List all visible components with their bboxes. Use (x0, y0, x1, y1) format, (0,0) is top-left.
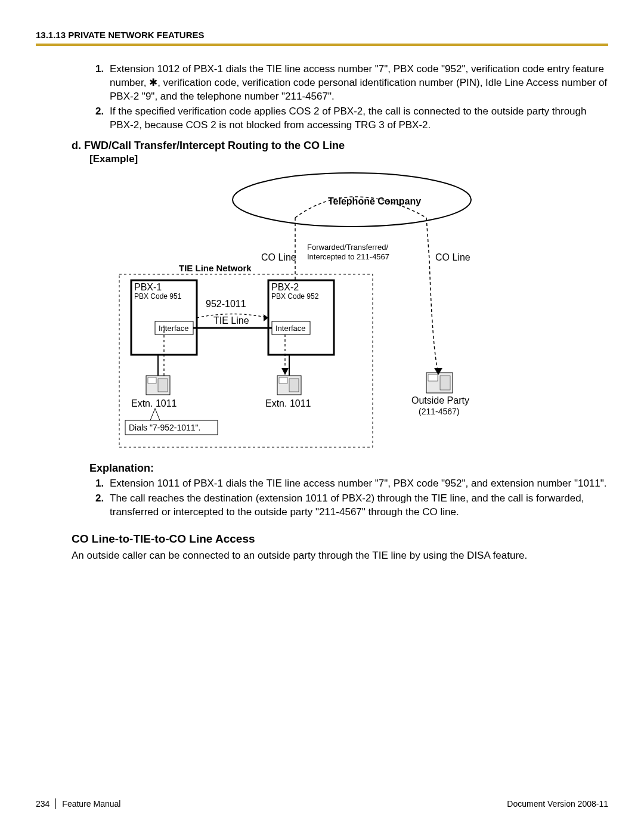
page-footer: 234 Feature Manual Document Version 2008… (36, 798, 608, 809)
phone-icon (277, 376, 301, 395)
list-text: If the specified verification code appli… (110, 105, 608, 132)
svg-rect-10 (148, 377, 156, 383)
phone-icon (146, 376, 170, 395)
list-item: 2. If the specified verification code ap… (95, 105, 608, 132)
svg-marker-22 (281, 368, 289, 375)
dial-num: 952-1011 (206, 299, 246, 309)
list-number: 1. (95, 477, 110, 491)
co-section-paragraph: An outside caller can be connected to an… (72, 549, 608, 563)
section-d-heading: d. FWD/Call Transfer/Intercept Routing t… (72, 140, 608, 152)
list-number: 2. (95, 492, 110, 519)
fwd-line1: Forwarded/Transferred/ (307, 243, 388, 252)
extn1-label: Extn. 1011 (131, 398, 177, 408)
svg-rect-14 (289, 379, 299, 392)
pbx2-label: PBX-2 (271, 282, 299, 292)
svg-rect-13 (279, 377, 287, 383)
dials-box-text: Dials "7-952-1011". (129, 423, 200, 432)
tie-line-label: TIE Line (213, 315, 249, 326)
list-item: 1. Extension 1012 of PBX-1 dials the TIE… (95, 63, 608, 104)
footer-divider (55, 798, 56, 809)
co-section-heading: CO Line-to-TIE-to-CO Line Access (72, 532, 608, 546)
example-label: [Example] (89, 153, 608, 165)
fwd-line2: Intercepted to 211-4567 (307, 252, 389, 261)
pbx1-code: PBX Code 951 (134, 292, 182, 301)
telco-label: Telephone Company (328, 196, 421, 206)
top-ordered-list: 1. Extension 1012 of PBX-1 dials the TIE… (95, 63, 608, 132)
svg-rect-17 (440, 376, 450, 390)
list-item: 2. The call reaches the destination (ext… (95, 492, 608, 519)
header-section-title: 13.1.13 PRIVATE NETWORK FEATURES (36, 30, 608, 40)
network-diagram: Telephone Company CO Line CO Line Forwar… (95, 170, 549, 450)
list-number: 1. (95, 63, 110, 104)
interface2-label: Interface (275, 324, 306, 333)
svg-line-24 (150, 408, 155, 420)
co-line-right-label: CO Line (435, 252, 470, 262)
page: 13.1.13 PRIVATE NETWORK FEATURES 1. Exte… (0, 0, 644, 833)
extn2-label: Extn. 1011 (265, 398, 311, 408)
outside-num: (211-4567) (419, 407, 460, 416)
list-number: 2. (95, 105, 110, 132)
pbx2-code: PBX Code 952 (271, 292, 319, 301)
svg-rect-11 (158, 379, 168, 392)
header-rule (36, 44, 608, 46)
interface1-label: Interface (159, 324, 189, 333)
manual-name: Feature Manual (62, 799, 120, 809)
tie-network-label: TIE Line Network (179, 263, 252, 273)
outside-party-label: Outside Party (411, 395, 469, 405)
phone-icon (426, 373, 453, 393)
list-text: Extension 1012 of PBX-1 dials the TIE li… (110, 63, 608, 104)
explanation-list: 1. Extension 1011 of PBX-1 dials the TIE… (95, 477, 608, 519)
document-version: Document Version 2008-11 (507, 799, 608, 809)
svg-line-25 (155, 408, 160, 420)
list-text: Extension 1011 of PBX-1 dials the TIE li… (110, 477, 608, 491)
co-line-left-label: CO Line (261, 252, 296, 262)
list-item: 1. Extension 1011 of PBX-1 dials the TIE… (95, 477, 608, 491)
svg-rect-16 (428, 374, 438, 381)
list-text: The call reaches the destination (extens… (110, 492, 608, 519)
explanation-heading: Explanation: (89, 462, 608, 475)
page-number: 234 (36, 799, 49, 809)
pbx1-label: PBX-1 (134, 282, 162, 292)
